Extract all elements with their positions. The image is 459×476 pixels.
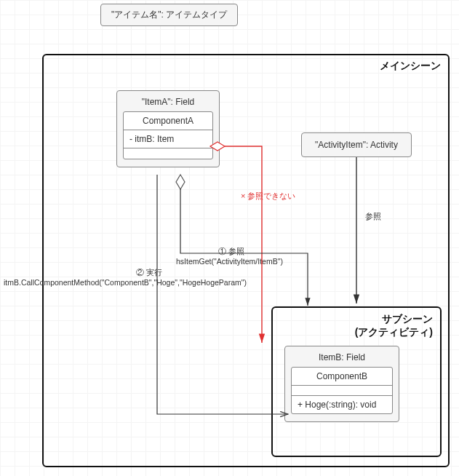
item-a-title: "ItemA": Field xyxy=(117,95,219,111)
component-a-name: ComponentA xyxy=(124,112,212,130)
activity-item-title: "ActivityItem": Activity xyxy=(315,140,398,150)
legend-text: "アイテム名": アイテムタイプ xyxy=(111,9,227,20)
diagram-canvas: "アイテム名": アイテムタイプ メインシーン "ItemA": Field C… xyxy=(0,0,459,476)
cannot-reference-label: × 参照できない xyxy=(241,191,295,202)
sub-scene-line2: (アクティビティ) xyxy=(355,326,433,338)
activity-item-box: "ActivityItem": Activity xyxy=(301,132,412,157)
sub-scene-label: サブシーン (アクティビティ) xyxy=(355,312,433,338)
main-scene-label: メインシーン xyxy=(380,60,441,73)
component-a-methods-empty xyxy=(124,148,212,159)
step2-code: itmB.CallComponentMethod("ComponentB","H… xyxy=(4,278,247,287)
component-b-method: + Hoge(:string): void xyxy=(292,396,392,413)
component-b-attrs-empty xyxy=(292,386,392,396)
reference-label: 参照 xyxy=(365,211,381,222)
step2-label: ② 実行 xyxy=(136,267,162,278)
item-b-box: ItemB: Field ComponentB + Hoge(:string):… xyxy=(284,346,399,422)
legend-box: "アイテム名": アイテムタイプ xyxy=(100,4,238,26)
component-a-attr: - itmB: Item xyxy=(124,130,212,148)
sub-scene-frame: サブシーン (アクティビティ) ItemB: Field ComponentB … xyxy=(271,306,442,457)
step1-code: hsItemGet("ActivityItem/ItemB") xyxy=(176,257,283,266)
step1-label: ① 参照 xyxy=(218,246,244,257)
item-b-title: ItemB: Field xyxy=(285,351,399,367)
item-a-box: "ItemA": Field ComponentA - itmB: Item xyxy=(116,90,220,167)
component-a-class: ComponentA - itmB: Item xyxy=(123,111,213,159)
component-b-class: ComponentB + Hoge(:string): void xyxy=(291,367,393,414)
sub-scene-line1: サブシーン xyxy=(382,313,433,325)
component-b-name: ComponentB xyxy=(292,368,392,386)
